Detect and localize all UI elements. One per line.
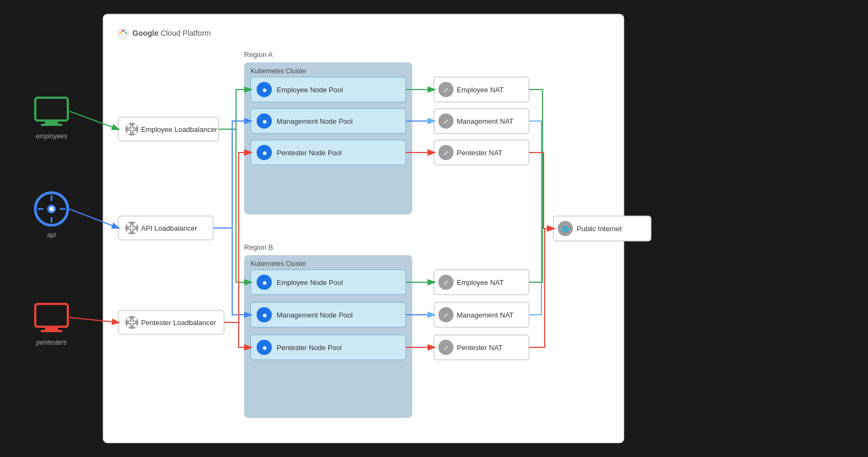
svg-text:⤢: ⤢ xyxy=(443,312,449,319)
pentesters-label: pentesters xyxy=(36,339,67,346)
diagram-svg: Google Cloud Platform employees api xyxy=(0,0,868,457)
svg-point-23 xyxy=(133,131,137,134)
svg-point-30 xyxy=(127,230,130,233)
api-label: api xyxy=(47,231,56,239)
pent-nat-b-label: Pentester NAT xyxy=(457,344,502,352)
pent-np-a-label: Pentester Node Pool xyxy=(277,149,342,157)
emp-nat-a-label: Employee NAT xyxy=(457,86,504,94)
pent-lb-box: Pentester Loadbalancer xyxy=(118,310,224,334)
api-lb-label: API Loadbalancer xyxy=(141,224,197,232)
svg-text:⤢: ⤢ xyxy=(443,118,449,125)
employees-label: employees xyxy=(36,132,67,140)
region-a-label: Region A xyxy=(244,50,273,59)
svg-text:🌐: 🌐 xyxy=(561,225,569,233)
svg-rect-5 xyxy=(41,124,62,126)
svg-rect-3 xyxy=(35,98,68,120)
api-actor: api xyxy=(35,193,68,239)
svg-point-28 xyxy=(127,223,130,226)
emp-np-b-label: Employee Node Pool xyxy=(277,278,343,287)
employees-actor: employees xyxy=(35,98,68,140)
employee-lb-label: Employee Loadbalancer xyxy=(141,125,218,134)
svg-text:⤢: ⤢ xyxy=(443,86,449,94)
svg-point-2 xyxy=(121,31,125,36)
svg-text:⤢: ⤢ xyxy=(443,279,449,287)
svg-point-21 xyxy=(133,124,137,128)
region-b-label: Region B xyxy=(244,243,273,251)
svg-point-29 xyxy=(133,223,137,226)
full-diagram: Google Cloud Platform employees api xyxy=(0,0,868,457)
svg-text:⤢: ⤢ xyxy=(443,344,449,352)
emp-np-a-label: Employee Node Pool xyxy=(277,86,343,94)
gcp-title: Google Cloud Platform xyxy=(132,29,211,37)
svg-text:⎈: ⎈ xyxy=(263,279,267,287)
mgmt-np-a-label: Management Node Pool xyxy=(277,117,353,125)
k8s-a-label: Kubernetes Cluster xyxy=(251,67,307,75)
svg-point-22 xyxy=(127,131,130,134)
svg-text:⎈: ⎈ xyxy=(263,118,267,125)
svg-text:⎈: ⎈ xyxy=(263,86,267,94)
svg-rect-13 xyxy=(35,304,68,327)
svg-text:⎈: ⎈ xyxy=(263,149,267,157)
public-internet-label: Public Internet xyxy=(577,225,622,233)
svg-rect-14 xyxy=(45,327,58,330)
pent-np-b-label: Pentester Node Pool xyxy=(277,344,342,352)
gcp-logo xyxy=(117,27,130,40)
mgmt-nat-b-label: Management NAT xyxy=(457,311,514,319)
svg-text:⎈: ⎈ xyxy=(263,344,267,352)
svg-point-38 xyxy=(127,324,130,327)
svg-point-8 xyxy=(49,207,54,211)
mgmt-nat-a-label: Management NAT xyxy=(457,117,514,125)
svg-point-20 xyxy=(127,124,130,128)
emp-nat-b-label: Employee NAT xyxy=(457,278,504,287)
api-lb-box: API Loadbalancer xyxy=(118,216,213,240)
svg-rect-15 xyxy=(41,330,62,332)
k8s-b-label: Kubernetes Cluster xyxy=(251,260,307,268)
svg-text:⎈: ⎈ xyxy=(263,312,267,319)
svg-text:⤢: ⤢ xyxy=(443,149,449,157)
pent-nat-a-label: Pentester NAT xyxy=(457,149,502,157)
svg-rect-4 xyxy=(45,120,58,124)
employee-lb-box: Employee Loadbalancer xyxy=(118,117,219,141)
svg-point-39 xyxy=(133,324,137,327)
pent-lb-label: Pentester Loadbalancer xyxy=(141,319,216,327)
svg-point-31 xyxy=(133,230,137,233)
svg-point-37 xyxy=(133,318,137,321)
pentesters-actor: pentesters xyxy=(35,304,68,346)
svg-point-36 xyxy=(127,318,130,321)
mgmt-np-b-label: Management Node Pool xyxy=(277,311,353,319)
